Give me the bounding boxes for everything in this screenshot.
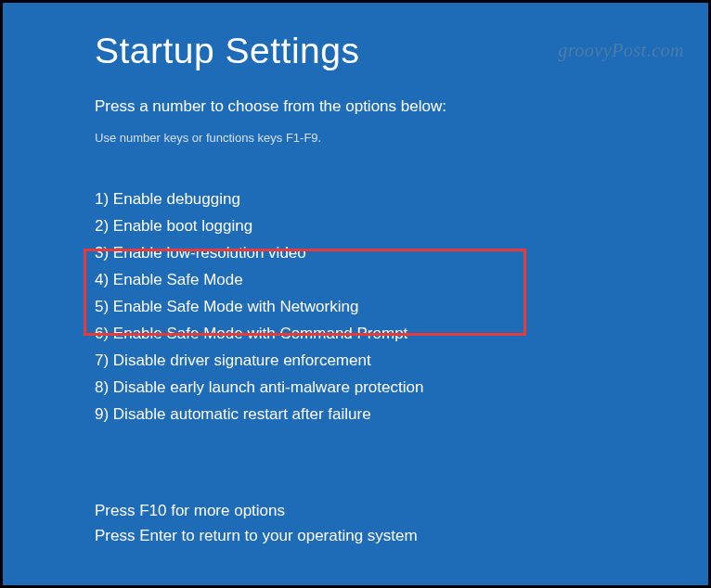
- hint-text: Use number keys or functions keys F1-F9.: [95, 131, 708, 145]
- return-hint: Press Enter to return to your operating …: [95, 523, 418, 548]
- option-2-boot-logging[interactable]: 2) Enable boot logging: [95, 212, 708, 239]
- watermark-text: groovyPost.com: [558, 40, 684, 61]
- option-4-safe-mode[interactable]: 4) Enable Safe Mode: [95, 266, 708, 293]
- footer-instructions: Press F10 for more options Press Enter t…: [95, 498, 418, 548]
- startup-options-list: 1) Enable debugging 2) Enable boot loggi…: [95, 185, 708, 428]
- instruction-text: Press a number to choose from the option…: [95, 97, 708, 116]
- option-8-disable-antimalware[interactable]: 8) Disable early launch anti-malware pro…: [95, 374, 708, 401]
- option-9-disable-auto-restart[interactable]: 9) Disable automatic restart after failu…: [95, 401, 708, 428]
- option-5-safe-mode-networking[interactable]: 5) Enable Safe Mode with Networking: [95, 293, 708, 320]
- option-1-debugging[interactable]: 1) Enable debugging: [95, 185, 708, 212]
- option-3-low-res-video[interactable]: 3) Enable low-resolution video: [95, 239, 708, 266]
- more-options-hint: Press F10 for more options: [95, 498, 418, 523]
- startup-settings-screen: Startup Settings Press a number to choos…: [3, 3, 708, 428]
- option-6-safe-mode-cmd[interactable]: 6) Enable Safe Mode with Command Prompt: [95, 320, 708, 347]
- option-7-disable-driver-sig[interactable]: 7) Disable driver signature enforcement: [95, 347, 708, 374]
